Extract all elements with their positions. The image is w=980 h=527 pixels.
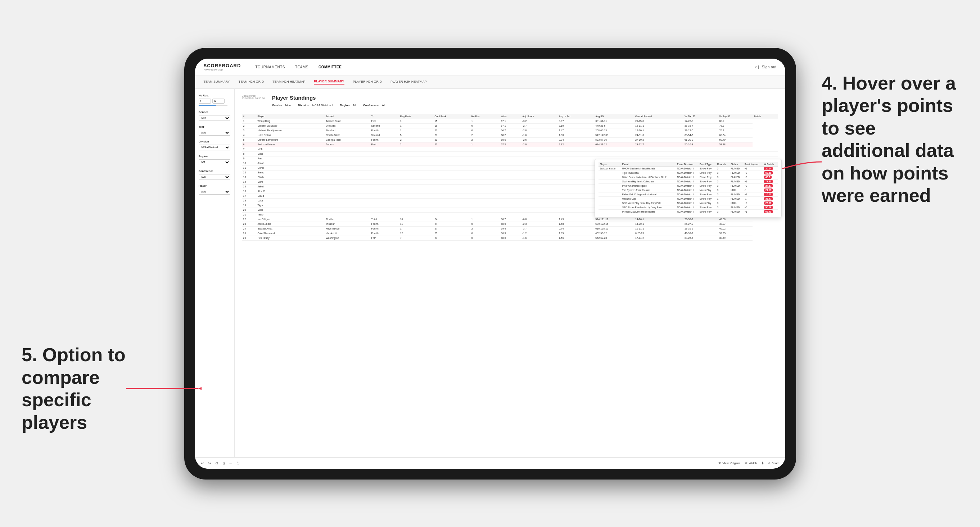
sidebar-year-label: Year xyxy=(199,125,231,129)
eye-icon: 👁 xyxy=(718,462,721,465)
sidebar-player-label: Player xyxy=(199,184,231,187)
table-row[interactable]: 8Mats xyxy=(242,151,778,156)
filter-conference-label: Conference: xyxy=(363,103,380,107)
content-header: Update time: 27/01/2024 16:56:26 Player … xyxy=(242,95,778,110)
clock-icon[interactable]: ⏱ xyxy=(237,461,240,465)
sidebar-conference-label: Conference xyxy=(199,170,231,173)
undo-icon[interactable]: ↩ xyxy=(201,461,204,465)
tooltip-table: PlayerEventEvent DivisionEvent TypeRound… xyxy=(598,162,778,214)
sidebar-year-select[interactable]: (All) xyxy=(199,130,230,136)
logo-title: SCOREBOARD xyxy=(204,63,241,68)
table-row[interactable]: 6Jackson KohnerAuburnFirst227167.5-2.02.… xyxy=(242,142,778,147)
more-icon[interactable]: ··· xyxy=(229,461,232,465)
sub-nav-player-summary[interactable]: PLAYER SUMMARY xyxy=(314,79,344,84)
sidebar-no-rds-range xyxy=(199,98,231,103)
col-rank: # xyxy=(242,114,256,119)
bottom-toolbar: ↩ ↪ ⚙ ⎘ ··· ⏱ 👁 View: Original 👁 Watch ⬇… xyxy=(195,457,785,469)
sidebar-region-label: Region xyxy=(199,155,231,158)
nav-separator: ◁ | xyxy=(755,65,759,69)
sidebar-no-rds: No Rds. xyxy=(199,94,231,106)
col-points: Points xyxy=(752,114,778,119)
update-time-label: Update time: xyxy=(242,95,265,97)
nav-links: TOURNAMENTS TEAMS COMMITTEE xyxy=(255,65,743,69)
col-conf-rank: Conf Rank xyxy=(433,114,470,119)
filter-gender-value: Men xyxy=(285,103,291,107)
watch-label: Watch xyxy=(749,462,757,465)
sidebar-conference-section: Conference (All) xyxy=(199,170,231,180)
sub-nav-player-h2h-grid[interactable]: PLAYER H2H GRID xyxy=(353,80,382,84)
table-row[interactable]: 25Cole SherwoodVanderbiltFourth1223068.9… xyxy=(242,231,778,236)
table-row[interactable]: 1Wenyi DingArizona StateFirst115167.1-3.… xyxy=(242,119,778,124)
nav-sign-out[interactable]: Sign out xyxy=(762,65,777,69)
filter-gender: Gender: Men xyxy=(272,103,291,107)
table-row[interactable]: 2Michael La SassoOle MissSecond118067.1-… xyxy=(242,124,778,128)
filter-division-label: Division: xyxy=(298,103,310,107)
col-player: Player xyxy=(256,114,324,119)
sidebar-player-select[interactable]: (All) xyxy=(199,189,230,195)
table-row[interactable]: 3Michael ThorbjornsenStanfordFourth12106… xyxy=(242,128,778,133)
col-vs-top50: Vs Top 50 xyxy=(718,114,752,119)
filter-division: Division: NCAA Division I xyxy=(298,103,332,107)
filter-region-label: Region: xyxy=(340,103,350,107)
tablet-screen: SCOREBOARD Powered by clipp TOURNAMENTS … xyxy=(195,59,785,469)
table-row[interactable]: 4Luke ClatonFlorida StateSecond527268.2-… xyxy=(242,133,778,137)
arrow-left xyxy=(123,378,202,399)
sidebar: No Rds. Gender Men Year xyxy=(195,89,235,457)
view-label: View: Original xyxy=(723,462,740,465)
share-button[interactable]: ⎋ Share xyxy=(768,462,779,465)
col-vs-top25: Vs Top 25 xyxy=(683,114,718,119)
sub-nav: TEAM SUMMARY TEAM H2H GRID TEAM H2H HEAT… xyxy=(195,76,785,89)
sidebar-gender-select[interactable]: Men xyxy=(199,115,230,121)
copy-icon[interactable]: ⎘ xyxy=(223,461,225,465)
col-overall-record: Overall Record xyxy=(634,114,683,119)
sidebar-range-slider[interactable] xyxy=(199,105,228,106)
col-no-rds: No Rds. xyxy=(470,114,500,119)
share-label: Share xyxy=(772,462,779,465)
content-area: Update time: 27/01/2024 16:56:26 Player … xyxy=(235,89,785,457)
sidebar-region-section: Region N/A xyxy=(199,155,231,165)
section-title: Player Standings xyxy=(272,95,778,101)
sub-nav-team-summary[interactable]: TEAM SUMMARY xyxy=(204,80,230,84)
sub-nav-team-h2h-heatmap[interactable]: TEAM H2H HEATMAP xyxy=(272,80,305,84)
sidebar-division-select[interactable]: NCAA Division I xyxy=(199,144,230,150)
nav-committee[interactable]: COMMITTEE xyxy=(318,65,342,69)
table-row[interactable]: 24Bastian AmatNew MexicoFourth127269.4-3… xyxy=(242,226,778,231)
filter-conference: Conference: All xyxy=(363,103,385,107)
sidebar-gender-label: Gender xyxy=(199,110,231,114)
col-avg-sg: Avg SG xyxy=(594,114,634,119)
sidebar-region-select[interactable]: N/A xyxy=(199,159,230,165)
table-row[interactable]: 26Petr HrubyWashingtonFifth723068.6-1.61… xyxy=(242,236,778,240)
sub-nav-player-h2h-heatmap[interactable]: PLAYER H2H HEATMAP xyxy=(390,80,427,84)
filter-division-value: NCAA Division I xyxy=(312,103,332,107)
table-row[interactable]: 22Ian GilliganFloridaThird1024168.7-0.81… xyxy=(242,217,778,222)
watch-icon: 👁 xyxy=(745,462,748,465)
settings-icon[interactable]: ⚙ xyxy=(215,461,218,465)
watch-button[interactable]: 👁 Watch xyxy=(745,462,757,465)
table-row[interactable]: 5Christo LamprechtGeorgia TechFourth2212… xyxy=(242,137,778,142)
table-row[interactable]: 23Jack LundinMissouriFourth1124068.5-2.3… xyxy=(242,222,778,226)
sidebar-conference-select[interactable]: (All) xyxy=(199,174,230,180)
sidebar-no-rds-label: No Rds. xyxy=(199,94,231,97)
tooltip-popup: PlayerEventEvent DivisionEvent TypeRound… xyxy=(595,159,782,217)
download-icon[interactable]: ⬇ xyxy=(761,461,764,465)
sidebar-no-rds-to[interactable] xyxy=(212,98,224,103)
nav-tournaments[interactable]: TOURNAMENTS xyxy=(255,65,285,69)
sidebar-no-rds-from[interactable] xyxy=(199,98,211,103)
update-time-block: Update time: 27/01/2024 16:56:26 xyxy=(242,95,265,100)
filter-gender-label: Gender: xyxy=(272,103,283,107)
filter-row: Gender: Men Division: NCAA Division I Re… xyxy=(272,103,778,107)
col-adj-score: Adj. Score xyxy=(521,114,557,119)
logo-area: SCOREBOARD Powered by clipp xyxy=(204,63,241,71)
tablet-frame: SCOREBOARD Powered by clipp TOURNAMENTS … xyxy=(184,48,796,479)
annotation-right: 4. Hover over a player's points to see a… xyxy=(822,72,958,206)
table-row[interactable]: 7Nichi xyxy=(242,147,778,151)
sub-nav-team-h2h-grid[interactable]: TEAM H2H GRID xyxy=(239,80,264,84)
nav-right: ◁ | Sign out xyxy=(755,65,777,69)
filter-conference-value: All xyxy=(382,103,385,107)
view-original-button[interactable]: 👁 View: Original xyxy=(718,462,740,465)
sidebar-year-section: Year (All) xyxy=(199,125,231,136)
redo-icon[interactable]: ↪ xyxy=(208,461,211,465)
sidebar-gender-section: Gender Men xyxy=(199,110,231,121)
nav-teams[interactable]: TEAMS xyxy=(295,65,309,69)
col-school: School xyxy=(324,114,370,119)
